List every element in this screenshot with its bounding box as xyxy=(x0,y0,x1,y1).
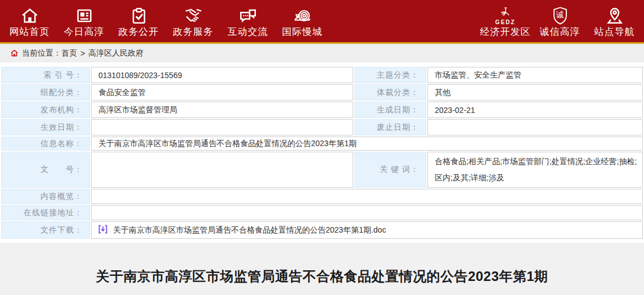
index-no-value: 013101089/2023-15569 xyxy=(91,67,353,83)
nav-item-economic-zone[interactable]: GEDZ 经济开发区 xyxy=(478,0,533,42)
document-meta-section: 索 引 号： 013101089/2023-15569 主题分类： 市场监管、安… xyxy=(0,66,644,240)
subject-value: 市场监管、安全生产监管 xyxy=(427,67,643,83)
nav-item-today[interactable]: 今日高淳 xyxy=(57,0,111,42)
nav-group-right: GEDZ 经济开发区 诚 诚信高淳 xyxy=(478,0,642,42)
breadcrumb: 当前位置：首页>高淳区人民政府 xyxy=(0,44,644,62)
meta-row-effective-repeal: 生效日期： 废止日期： xyxy=(1,119,643,135)
clipboard-check-icon xyxy=(129,5,148,26)
newspaper-icon xyxy=(75,5,94,26)
nav-item-label: 政务公开 xyxy=(119,26,159,38)
integrity-glyph: 诚 xyxy=(552,10,569,20)
genre-category-value: 其他 xyxy=(427,84,643,101)
home-icon xyxy=(20,5,39,26)
group-category-value: 食品安全监管 xyxy=(91,84,353,101)
breadcrumb-prefix: 当前位置： xyxy=(22,48,61,58)
nav-item-label: 今日高淳 xyxy=(64,26,105,38)
group-category-label: 组配分类： xyxy=(1,84,90,101)
breadcrumb-separator: > xyxy=(80,49,85,58)
nav-item-label: 站点导航 xyxy=(595,26,635,38)
download-icon xyxy=(98,225,107,235)
meta-row-overview: 内容概览： xyxy=(1,189,643,204)
file-download-cell: 关于南京市高淳区市场监管局通告不合格食品处置情况的公告2023年第1期.doc xyxy=(91,221,643,239)
publisher-label: 发布机构： xyxy=(1,102,90,118)
content-overview-value xyxy=(91,189,643,204)
effective-date-value xyxy=(91,119,353,135)
nav-item-home[interactable]: 网站首页 xyxy=(2,0,57,42)
repeal-date-label: 废止日期： xyxy=(354,119,426,135)
nav-item-label: 国际慢城 xyxy=(282,26,323,38)
file-download-label: 文件下载： xyxy=(1,221,90,239)
nav-item-label: 经济开发区 xyxy=(480,26,531,38)
online-link-value xyxy=(91,205,643,220)
breadcrumb-home-link[interactable]: 首页 xyxy=(61,48,77,58)
nav-item-integrity[interactable]: 诚 诚信高淳 xyxy=(533,0,587,42)
info-name-value: 关于南京市高淳区市场监管局通告不合格食品处置情况的公告2023年第1期 xyxy=(91,137,643,151)
top-navigation-bar: 网站首页 今日高淳 政务公开 政务服务 xyxy=(0,0,644,44)
download-file-link[interactable]: 关于南京市高淳区市场监管局通告不合格食品处置情况的公告2023年第1期.doc xyxy=(113,225,386,235)
map-pin-icon xyxy=(605,5,624,26)
gedz-caption: GEDZ xyxy=(496,20,516,25)
nav-item-gov-services[interactable]: 政务服务 xyxy=(166,0,220,42)
document-title-section: 关于南京市高淳区市场监管局通告不合格食品处置情况的公告2023年第1期 xyxy=(0,243,644,295)
snail-icon xyxy=(292,5,313,26)
create-date-value: 2023-02-21 xyxy=(427,102,643,118)
nav-item-label: 互动交流 xyxy=(228,26,268,38)
meta-row-file-download: 文件下载： 关于南京市高淳区市场监管局通告不合格食品处置情况的公告2023年第1… xyxy=(1,221,643,239)
info-name-label: 信息名称： xyxy=(1,137,90,151)
nav-item-label: 网站首页 xyxy=(10,26,50,38)
doc-no-value xyxy=(91,152,353,188)
nav-item-label: 政务服务 xyxy=(173,26,214,38)
effective-date-label: 生效日期： xyxy=(1,119,90,135)
meta-row-index-subject: 索 引 号： 013101089/2023-15569 主题分类： 市场监管、安… xyxy=(1,67,643,83)
nav-item-label: 诚信高淳 xyxy=(540,26,580,38)
breadcrumb-current: 高淳区人民政府 xyxy=(88,48,143,58)
keywords-value: 合格食品;相关产品;市场监管部门;处置情况;企业经营;抽检;区内;及其;详细;涉… xyxy=(427,152,643,188)
keywords-label: 关 键 词： xyxy=(354,152,426,188)
meta-row-info-name: 信息名称： 关于南京市高淳区市场监管局通告不合格食品处置情况的公告2023年第1… xyxy=(1,137,643,151)
nav-item-site-nav[interactable]: 站点导航 xyxy=(587,0,642,42)
document-meta-table: 索 引 号： 013101089/2023-15569 主题分类： 市场监管、安… xyxy=(0,66,644,240)
page-title: 关于南京市高淳区市场监管局通告不合格食品处置情况的公告2023年第1期 xyxy=(96,267,548,285)
create-date-label: 生成日期： xyxy=(354,102,426,118)
subject-label: 主题分类： xyxy=(354,67,426,83)
nav-group-left: 网站首页 今日高淳 政务公开 政务服务 xyxy=(2,0,330,42)
content-overview-label: 内容概览： xyxy=(1,189,90,204)
doc-no-label: 文 号： xyxy=(1,152,90,188)
handshake-icon xyxy=(183,5,204,26)
publisher-value: 高淳区市场监督管理局 xyxy=(91,102,353,118)
online-link-label: 在线链接地址： xyxy=(1,205,90,220)
chat-bubbles-icon xyxy=(238,5,258,26)
meta-row-online-link: 在线链接地址： xyxy=(1,205,643,220)
gedz-logo: GEDZ xyxy=(496,5,516,26)
meta-row-docno-keywords: 文 号： 关 键 词： 合格食品;相关产品;市场监管部门;处置情况;企业经营;抽… xyxy=(1,152,643,188)
nav-item-gov-disclosure[interactable]: 政务公开 xyxy=(111,0,166,42)
breadcrumb-home-icon xyxy=(10,49,19,57)
genre-category-label: 体裁分类： xyxy=(354,84,426,101)
repeal-date-value xyxy=(427,119,643,135)
meta-row-group-genre: 组配分类： 食品安全监管 体裁分类： 其他 xyxy=(1,84,643,101)
index-no-label: 索 引 号： xyxy=(1,67,90,83)
nav-item-interaction[interactable]: 互动交流 xyxy=(220,0,275,42)
meta-row-publisher-date: 发布机构： 高淳区市场监督管理局 生成日期： 2023-02-21 xyxy=(1,102,643,118)
nav-item-slow-city[interactable]: 国际慢城 xyxy=(275,0,330,42)
integrity-shield-icon: 诚 xyxy=(552,5,569,26)
